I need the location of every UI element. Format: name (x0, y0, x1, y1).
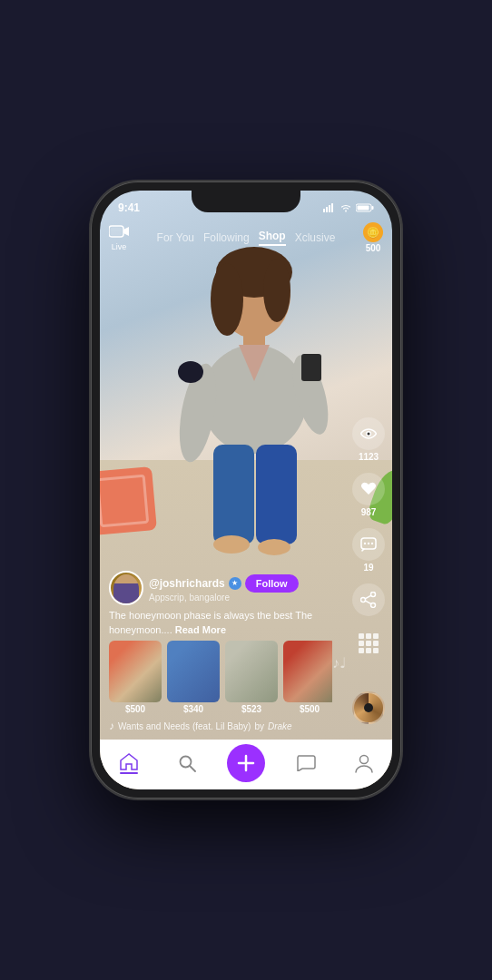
svg-point-23 (178, 361, 203, 383)
tab-xclusive[interactable]: Xclusive (295, 231, 336, 244)
svg-point-31 (371, 543, 373, 544)
wifi-icon (339, 203, 352, 212)
svg-rect-8 (111, 228, 123, 236)
coins-button[interactable]: 🪙 500 (363, 222, 383, 253)
svg-rect-1 (326, 207, 328, 212)
product-price-1: $500 (125, 704, 145, 714)
user-location: Appscrip, bangalore (149, 593, 332, 603)
product-thumb-2 (167, 641, 220, 702)
bottom-overlay: @joshrichards ★ Follow Appscrip, bangalo… (100, 564, 341, 740)
tab-shop[interactable]: Shop (259, 230, 286, 246)
plus-icon (237, 754, 255, 772)
svg-point-27 (368, 432, 370, 435)
username-row: @joshrichards ★ Follow (149, 574, 332, 593)
share-icon (352, 583, 385, 616)
top-nav: Live For You Following Shop Xclusive 🪙 5… (100, 218, 392, 258)
product-item-4[interactable]: $500 (283, 641, 332, 714)
read-more-button[interactable]: Read More (175, 624, 226, 635)
share-action[interactable] (352, 583, 385, 616)
signal-icon (323, 203, 336, 212)
music-note-icon: ♪ (109, 720, 114, 732)
status-icons (323, 203, 374, 212)
svg-point-24 (213, 535, 250, 554)
user-avatar[interactable] (109, 571, 143, 605)
music-title: Wants and Needs (feat. Lil Baby) (118, 721, 251, 731)
svg-point-41 (359, 755, 368, 763)
follow-button[interactable]: Follow (245, 574, 299, 593)
phone-notch (192, 191, 300, 212)
coin-icon: 🪙 (363, 222, 383, 242)
coins-count: 500 (366, 243, 381, 253)
product-item-2[interactable]: $340 (167, 641, 220, 714)
music-row: ♪ Wants and Needs (feat. Lil Baby) by Dr… (109, 720, 332, 732)
svg-marker-9 (123, 227, 129, 236)
svg-rect-6 (358, 206, 369, 211)
svg-point-29 (364, 543, 366, 544)
live-label: Live (112, 242, 127, 251)
svg-point-12 (211, 263, 243, 336)
status-time: 9:41 (118, 201, 140, 214)
tab-profile[interactable] (348, 750, 380, 777)
svg-rect-5 (372, 206, 374, 210)
profile-icon (355, 753, 373, 773)
live-button[interactable]: Live (109, 224, 129, 251)
product-thumb-1 (109, 641, 162, 702)
likes-count: 987 (361, 507, 377, 517)
vinyl-center (364, 703, 373, 712)
comments-action[interactable]: 19 (352, 528, 385, 573)
music-by: by (254, 721, 264, 731)
user-info-row: @joshrichards ★ Follow Appscrip, bangalo… (109, 571, 332, 605)
product-item-1[interactable]: $500 (109, 641, 162, 714)
grid-action[interactable] (352, 627, 385, 660)
svg-point-13 (263, 259, 290, 322)
views-action: 1123 (352, 417, 385, 462)
grid-icon (352, 627, 385, 660)
likes-action[interactable]: 987 (352, 473, 385, 517)
eye-icon (352, 417, 385, 450)
tab-home[interactable] (112, 749, 146, 778)
svg-line-35 (365, 595, 371, 599)
svg-rect-21 (213, 445, 254, 544)
product-thumb-3 (225, 641, 278, 702)
product-item-3[interactable]: $523 (225, 641, 278, 714)
tab-for-you[interactable]: For You (157, 231, 194, 244)
svg-rect-0 (323, 209, 325, 212)
user-details: @joshrichards ★ Follow Appscrip, bangalo… (149, 574, 332, 603)
avatar-image (113, 574, 139, 603)
svg-line-36 (365, 601, 371, 604)
video-caption: The honeymoon phase is always the best T… (109, 609, 332, 637)
svg-point-30 (368, 543, 369, 544)
right-actions: 1123 987 (352, 417, 385, 660)
person-figure (136, 240, 345, 567)
tab-following[interactable]: Following (203, 231, 250, 244)
views-count: 1123 (359, 452, 379, 462)
product-price-2: $340 (183, 704, 203, 714)
tab-bar (100, 740, 392, 789)
svg-point-34 (361, 597, 366, 602)
heart-icon (352, 473, 385, 505)
product-price-3: $523 (241, 704, 261, 714)
comments-count: 19 (363, 563, 373, 573)
messages-icon (296, 755, 316, 771)
phone-screen: 9:41 (100, 191, 392, 789)
tab-messages[interactable] (289, 751, 323, 775)
phone-frame: 9:41 (91, 181, 401, 799)
svg-line-38 (190, 766, 195, 771)
products-row: $500 $340 $523 $500 (109, 641, 332, 714)
svg-rect-3 (331, 203, 333, 212)
camera-icon (109, 224, 129, 241)
svg-rect-2 (329, 205, 330, 212)
battery-icon (356, 203, 374, 212)
home-icon (119, 752, 139, 770)
vinyl-disc (352, 691, 385, 724)
nav-tabs: For You Following Shop Xclusive (157, 230, 336, 246)
username: @joshrichards (149, 577, 225, 590)
search-icon (178, 754, 196, 772)
tab-search[interactable] (171, 750, 203, 776)
svg-rect-22 (256, 445, 297, 544)
verified-badge: ★ (229, 577, 241, 590)
product-price-4: $500 (300, 704, 320, 714)
create-button[interactable] (227, 744, 265, 782)
home-tab-indicator (120, 772, 138, 774)
svg-point-25 (258, 539, 290, 555)
